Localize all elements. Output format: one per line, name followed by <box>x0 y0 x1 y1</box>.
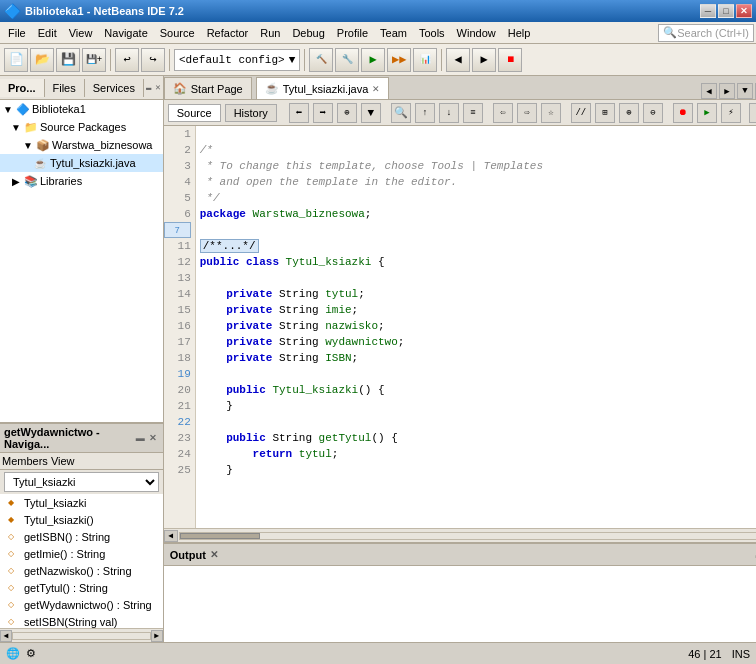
tree-root[interactable]: ▼ 🔷 Biblioteka1 <box>0 100 163 118</box>
member-getImie[interactable]: ◇ getImie() : String <box>0 545 163 562</box>
toggle-comment[interactable]: // <box>571 103 591 123</box>
output-icon: ✕ <box>210 549 218 560</box>
tree-java-label: Tytul_ksiazki.java <box>48 157 136 169</box>
back-btn[interactable]: ⬅ <box>289 103 309 123</box>
bookmark-prev[interactable]: ⇦ <box>493 103 513 123</box>
maximize-button[interactable]: □ <box>718 4 734 18</box>
search-btn[interactable]: 🔍 <box>391 103 411 123</box>
menu-refactor[interactable]: Refactor <box>201 25 255 41</box>
panel-minimize-icon[interactable]: ▬ <box>144 83 153 93</box>
stop-recording[interactable]: ⏺ <box>673 103 693 123</box>
tree-libraries[interactable]: ▶ 📚 Libraries <box>0 172 163 190</box>
find-prev-btn[interactable]: ↑ <box>415 103 435 123</box>
tab-services[interactable]: Services <box>85 79 144 97</box>
bookmark-next[interactable]: ⇨ <box>517 103 537 123</box>
tab-close-button[interactable]: ✕ <box>372 84 380 94</box>
tab-files[interactable]: Files <box>45 79 85 97</box>
profile-button[interactable]: 📊 <box>413 48 437 72</box>
main-layout: Pro... Files Services ▬ ✕ ▼ 🔷 Biblioteka… <box>0 76 756 642</box>
debug-button[interactable]: ▶▶ <box>387 48 411 72</box>
tab-projects[interactable]: Pro... <box>0 79 45 97</box>
menu-navigate[interactable]: Navigate <box>98 25 153 41</box>
member-setISBN[interactable]: ◇ setISBN(String val) <box>0 613 163 628</box>
minimize-button[interactable]: ─ <box>700 4 716 18</box>
method-icon: ◇ <box>8 583 22 592</box>
scroll-tabs-right[interactable]: ▶ <box>719 83 735 99</box>
expand-icon: ▶ <box>8 176 24 187</box>
h-scrollbar: ◀ ▶ <box>164 528 756 542</box>
menu-edit[interactable]: Edit <box>32 25 63 41</box>
line-num-fold-19[interactable]: 19 <box>164 366 191 382</box>
h-scroll-thumb[interactable] <box>180 533 260 539</box>
play-recording[interactable]: ▶ <box>697 103 717 123</box>
tab-history[interactable]: History <box>225 104 277 122</box>
fwd-btn[interactable]: ➡ <box>313 103 333 123</box>
h-scroll-track[interactable] <box>179 532 756 540</box>
stop-button[interactable]: ⏹ <box>498 48 522 72</box>
menu-debug[interactable]: Debug <box>286 25 330 41</box>
menu-run[interactable]: Run <box>254 25 286 41</box>
forward-button[interactable]: ▶ <box>472 48 496 72</box>
tab-source[interactable]: Source <box>168 104 221 122</box>
search-bar[interactable]: 🔍 Search (Ctrl+I) <box>658 24 754 42</box>
collapse-btn[interactable]: ⊖ <box>643 103 663 123</box>
window-list-button[interactable]: ▼ <box>737 83 753 99</box>
member-getTytul[interactable]: ◇ getTytul() : String <box>0 579 163 596</box>
menu-file[interactable]: File <box>2 25 32 41</box>
new-button[interactable]: 📄 <box>4 48 28 72</box>
menu-team[interactable]: Team <box>374 25 413 41</box>
format-btn[interactable]: ⊞ <box>595 103 615 123</box>
scroll-left-btn[interactable]: ◀ <box>0 630 12 642</box>
member-getWydawnictwo[interactable]: ◇ getWydawnictwo() : String <box>0 596 163 613</box>
menu-view[interactable]: View <box>63 25 99 41</box>
tree-warstwa[interactable]: ▼ 📦 Warstwa_biznesowa <box>0 136 163 154</box>
nav-panel: getWydawnictwo - Naviga... ▬ ✕ Members V… <box>0 422 163 642</box>
menu-window[interactable]: Window <box>451 25 502 41</box>
toggle-btn[interactable]: ≡ <box>463 103 483 123</box>
expand-btn[interactable]: ⊕ <box>619 103 639 123</box>
menu-source[interactable]: Source <box>154 25 201 41</box>
fold-indicator[interactable]: /**...*/ <box>200 239 259 253</box>
nav-close-icon[interactable]: ✕ <box>147 433 159 443</box>
save-button[interactable]: 💾 <box>56 48 80 72</box>
panel-close-icon[interactable]: ✕ <box>153 82 162 93</box>
run-button[interactable]: ▶ <box>361 48 385 72</box>
redo-button[interactable]: ↪ <box>141 48 165 72</box>
method-icon: ◇ <box>8 566 22 575</box>
tab-start-page[interactable]: 🏠 Start Page <box>164 77 252 99</box>
undo-button[interactable]: ↩ <box>115 48 139 72</box>
run-macro[interactable]: ⚡ <box>721 103 741 123</box>
tree-source-packages[interactable]: ▼ 📁 Source Packages <box>0 118 163 136</box>
goto-btn[interactable]: ⊕ <box>337 103 357 123</box>
member-getISBN[interactable]: ◇ getISBN() : String <box>0 528 163 545</box>
menu-help[interactable]: Help <box>502 25 537 41</box>
member-getNazwisko[interactable]: ◇ getNazwisko() : String <box>0 562 163 579</box>
h-scroll-left-btn[interactable]: ◀ <box>164 530 178 542</box>
tree-java-file[interactable]: ☕ Tytul_ksiazki.java <box>0 154 163 172</box>
menu-profile[interactable]: Profile <box>331 25 374 41</box>
line-num-21: 21 <box>164 398 191 414</box>
add-bookmark[interactable]: ☆ <box>541 103 561 123</box>
line-num-fold-7[interactable]: 7 <box>164 222 191 238</box>
clean-build-button[interactable]: 🔧 <box>335 48 359 72</box>
diff-btn[interactable]: ⬌ <box>749 103 756 123</box>
members-dropdown[interactable]: Tytul_ksiazki <box>4 472 159 492</box>
output-title: Output <box>170 549 206 561</box>
menu-tools[interactable]: Tools <box>413 25 451 41</box>
config-dropdown[interactable]: <default config> ▼ <box>174 49 300 71</box>
close-button[interactable]: ✕ <box>736 4 752 18</box>
open-button[interactable]: 📂 <box>30 48 54 72</box>
scroll-right-btn[interactable]: ▶ <box>151 630 163 642</box>
back-button[interactable]: ◀ <box>446 48 470 72</box>
find-next-btn[interactable]: ↓ <box>439 103 459 123</box>
member-class[interactable]: ◆ Tytul_ksiazki <box>0 494 163 511</box>
code-content[interactable]: /* * To change this template, choose Too… <box>196 126 756 528</box>
scroll-tabs-left[interactable]: ◀ <box>701 83 717 99</box>
tab-java-file[interactable]: ☕ Tytul_ksiazki.java ✕ <box>256 77 390 99</box>
build-button[interactable]: 🔨 <box>309 48 333 72</box>
member-constructor[interactable]: ◆ Tytul_ksiazki() <box>0 511 163 528</box>
line-num-fold-22[interactable]: 22 <box>164 414 191 430</box>
save-all-button[interactable]: 💾+ <box>82 48 106 72</box>
down-btn[interactable]: ▼ <box>361 103 381 123</box>
nav-minimize-icon[interactable]: ▬ <box>134 433 147 443</box>
